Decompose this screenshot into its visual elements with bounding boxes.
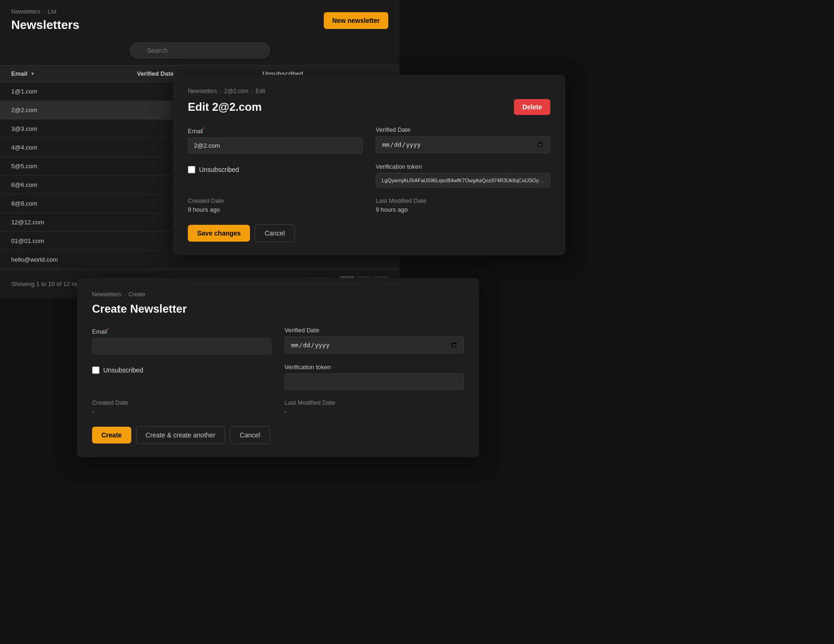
created-date-value: 9 hours ago — [188, 206, 363, 213]
edit-breadcrumb: Newsletters › 2@2.com › Edit — [188, 88, 550, 94]
create-last-modified-label: Last Modified Date — [285, 399, 464, 406]
email-group: Email* — [188, 126, 363, 154]
row-email: 12@12.com — [11, 219, 137, 226]
create-token-label: Verification token — [285, 364, 464, 371]
create-breadcrumb-create: Create — [128, 291, 145, 298]
unsubscribed-checkbox[interactable] — [188, 166, 195, 173]
create-cancel-button[interactable]: Cancel — [230, 426, 270, 444]
create-created-date-value: - — [92, 408, 271, 415]
create-breadcrumb: Newsletters › Create — [92, 291, 464, 298]
verified-date-input[interactable] — [376, 136, 550, 153]
create-email-group: Email* — [92, 327, 271, 354]
last-modified-group: Last Modified Date 9 hours ago — [376, 197, 550, 213]
unsubscribed-group: Unsubscribed — [188, 163, 363, 188]
unsubscribed-label[interactable]: Unsubscribed — [199, 166, 239, 173]
delete-button[interactable]: Delete — [514, 99, 550, 115]
create-created-date-label: Created Date — [92, 399, 271, 406]
new-newsletter-button[interactable]: New newsletter — [324, 12, 388, 29]
row-email: 01@01.com — [11, 237, 137, 244]
unsubscribed-row: Unsubscribed — [188, 163, 363, 176]
edit-breadcrumb-newsletters[interactable]: Newsletters — [188, 88, 217, 94]
row-email: 8@8.com — [11, 200, 137, 207]
email-input[interactable] — [188, 137, 363, 154]
create-last-modified-group: Last Modified Date - — [285, 399, 464, 415]
last-modified-label: Last Modified Date — [376, 197, 550, 204]
edit-cancel-button[interactable]: Cancel — [255, 224, 295, 242]
create-email-label: Email* — [92, 327, 271, 335]
col-email-header[interactable]: Email ▾ — [11, 70, 137, 77]
edit-title: Edit 2@2.com — [188, 100, 262, 114]
verification-token-group: Verification token — [376, 163, 550, 188]
row-unsub — [263, 256, 388, 263]
row-verified — [137, 256, 263, 263]
search-bar-wrap — [0, 36, 399, 65]
create-another-button[interactable]: Create & create another — [136, 426, 225, 444]
breadcrumb-sep: › — [43, 9, 45, 14]
create-created-date-group: Created Date - — [92, 399, 271, 415]
search-input[interactable] — [130, 43, 270, 58]
create-token-group: Verification token — [285, 364, 464, 390]
breadcrumb-newsletters[interactable]: Newsletters — [11, 8, 41, 15]
breadcrumb: Newsletters › List — [11, 8, 79, 15]
row-email: hello@world.com — [11, 256, 137, 263]
create-button[interactable]: Create — [92, 427, 131, 444]
edit-breadcrumb-edit: Edit — [256, 88, 265, 94]
row-email: 1@1.com — [11, 88, 137, 95]
create-meta-section: Created Date - Last Modified Date - — [92, 399, 464, 415]
create-verified-date-group: Verified Date — [285, 327, 464, 354]
last-modified-value: 9 hours ago — [376, 206, 550, 213]
search-wrap — [130, 43, 270, 58]
create-email-input[interactable] — [92, 338, 271, 354]
verified-date-label: Verified Date — [376, 126, 550, 133]
create-unsubscribed-row: Unsubscribed — [92, 364, 271, 377]
row-email: 5@5.com — [11, 163, 137, 170]
create-form: Email* Verified Date Unsubscribed Verifi… — [92, 327, 464, 390]
create-unsubscribed-checkbox[interactable] — [92, 366, 100, 374]
row-email: 3@3.com — [11, 125, 137, 132]
created-date-group: Created Date 9 hours ago — [188, 197, 363, 213]
edit-title-row: Edit 2@2.com Delete — [188, 99, 550, 115]
create-panel: Newsletters › Create Create Newsletter E… — [77, 278, 479, 457]
create-unsubscribed-label[interactable]: Unsubscribed — [103, 366, 143, 374]
email-label: Email* — [188, 126, 363, 135]
sort-icon: ▾ — [31, 71, 34, 76]
created-date-label: Created Date — [188, 197, 363, 204]
edit-form: Email* Verified Date Unsubscribed Verifi… — [188, 126, 550, 188]
create-unsubscribed-group: Unsubscribed — [92, 364, 271, 390]
edit-breadcrumb-email[interactable]: 2@2.com — [224, 88, 249, 94]
create-verified-date-label: Verified Date — [285, 327, 464, 334]
meta-section: Created Date 9 hours ago Last Modified D… — [188, 197, 550, 213]
breadcrumb-list[interactable]: List — [48, 8, 57, 15]
create-action-row: Create Create & create another Cancel — [92, 426, 464, 444]
verified-date-group: Verified Date — [376, 126, 550, 154]
row-email: 2@2.com — [11, 107, 137, 114]
verification-token-label: Verification token — [376, 163, 550, 170]
row-email: 6@6.com — [11, 181, 137, 188]
save-changes-button[interactable]: Save changes — [188, 225, 250, 242]
create-token-input[interactable] — [285, 373, 464, 390]
edit-action-row: Save changes Cancel — [188, 224, 550, 242]
create-verified-date-input[interactable] — [285, 336, 464, 354]
page-title: Newsletters — [11, 18, 79, 32]
edit-panel: Newsletters › 2@2.com › Edit Edit 2@2.co… — [173, 75, 565, 255]
create-last-modified-value: - — [285, 408, 464, 415]
verification-token-input[interactable] — [376, 173, 550, 188]
create-title: Create Newsletter — [92, 302, 464, 315]
create-breadcrumb-newsletters[interactable]: Newsletters — [92, 291, 121, 298]
row-email: 4@4.com — [11, 144, 137, 151]
list-header: Newsletters › List Newsletters New newsl… — [0, 0, 399, 36]
